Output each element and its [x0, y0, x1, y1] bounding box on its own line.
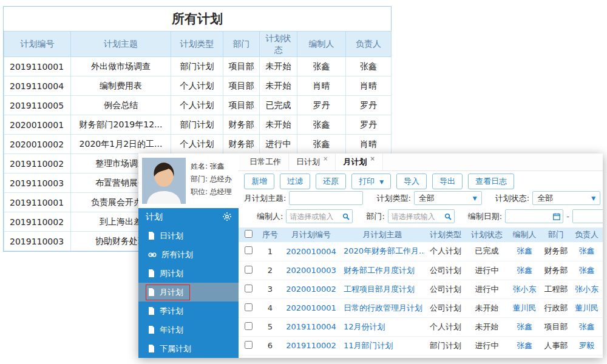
cell-compiler-link[interactable]: 张鑫	[507, 261, 541, 280]
filter-button[interactable]: 过滤	[280, 174, 310, 189]
status-filter-value: 全部	[537, 193, 553, 204]
print-button[interactable]: 打印 ▼	[351, 174, 391, 189]
subject-filter-label: 月计划主题:	[244, 193, 286, 204]
close-icon[interactable]: ×	[323, 155, 328, 162]
row-checkbox[interactable]	[245, 266, 253, 274]
sidebar-item-monthly-plan[interactable]: 月计划	[138, 283, 239, 302]
checkbox-cell	[239, 298, 258, 317]
cell-dept: 财务部	[541, 242, 571, 261]
sidebar-item-label: 周计划	[160, 268, 183, 279]
cell-owner-link[interactable]: 张小东	[571, 280, 603, 298]
sidebar-item-quarterly-plan[interactable]: 季计划	[138, 302, 239, 320]
dept-filter-label: 部门:	[366, 211, 384, 222]
table-header-row: 计划编号 计划主题 计划类型 部门 计划状态 编制人 负责人	[4, 32, 392, 57]
cell-plan-id-link[interactable]: 2020010004	[282, 242, 340, 261]
cell-status: 未开始	[466, 317, 507, 336]
document-icon	[148, 288, 155, 296]
table-row: 2019110004 编制费用表 个人计划 项目部 未开始 肖晴 肖晴	[4, 76, 392, 96]
cell-subject-link[interactable]: 日常的行政管理月计划	[340, 298, 425, 317]
view-log-button[interactable]: 查看日志	[468, 174, 514, 189]
export-button[interactable]: 导出	[432, 174, 463, 189]
checkbox-cell	[239, 336, 258, 355]
row-checkbox[interactable]	[245, 303, 253, 311]
cell-compiler-link[interactable]: 张鑫	[507, 242, 541, 261]
cell-compiler-link[interactable]: 董川民	[507, 298, 541, 317]
row-checkbox[interactable]	[245, 322, 253, 330]
cell-owner-link[interactable]: 张鑫	[571, 261, 603, 280]
cell-dept: 人事部	[541, 336, 571, 355]
cell-dept: 项目部	[223, 76, 260, 96]
select-all-cell	[239, 228, 258, 242]
row-checkbox[interactable]	[245, 285, 253, 292]
toolbar: 新增 过滤 还原 打印 ▼ 导入 导出 查看日志	[239, 171, 603, 191]
row-checkbox[interactable]	[245, 246, 253, 254]
column-header-compiler: 编制人	[507, 228, 541, 242]
cell-compiler: 肖晴	[297, 76, 346, 96]
search-icon[interactable]	[444, 213, 452, 220]
tab-label: 日计划	[296, 157, 320, 167]
cell-type: 部门计划	[171, 57, 223, 76]
calendar-icon[interactable]	[553, 213, 560, 220]
cell-subject-link[interactable]: 11月部门计划	[340, 336, 425, 355]
cell-owner-link[interactable]: 董川民	[571, 298, 603, 317]
cell-status: 未开始	[260, 115, 297, 135]
cell-subject: 财务部门2019年12...	[71, 115, 171, 135]
cell-type: 个人计划	[425, 242, 466, 261]
cell-subject-link[interactable]: 财务部工作月度计划	[340, 261, 425, 280]
cell-plan-id-link[interactable]: 2019110002	[282, 336, 340, 355]
column-header-index: 序号	[258, 228, 282, 242]
sidebar-item-subordinate-plans[interactable]: 下属计划	[138, 339, 239, 358]
close-icon[interactable]: ×	[370, 155, 375, 162]
tab-daily-plan[interactable]: 日计划 ×	[289, 153, 336, 170]
cell-plan-id-link[interactable]: 2020010002	[282, 280, 340, 298]
cell-plan-id: 2019110002	[4, 154, 71, 174]
table-row: 2020010002 2020年1月2日的工... 个人计划 财务部 进行中 张…	[4, 135, 392, 154]
row-checkbox[interactable]	[245, 341, 253, 349]
filter-panel: 月计划主题: 计划类型: 全部 ▼ 计划状态: 全部 ▼ 计划日期: 编制人:	[239, 191, 603, 228]
restore-button[interactable]: 还原	[316, 174, 346, 189]
cell-status: 进行中	[260, 135, 297, 154]
status-filter-select[interactable]: 全部 ▼	[532, 191, 600, 205]
type-filter-select[interactable]: 全部 ▼	[414, 191, 482, 205]
subject-filter-input[interactable]	[289, 191, 363, 205]
import-button[interactable]: 导入	[396, 174, 427, 189]
sidebar-item-daily-plan[interactable]: 日计划	[138, 226, 239, 245]
sidebar-section-label: 计划	[146, 212, 163, 223]
cell-compiler-link[interactable]: 张小东	[507, 280, 541, 298]
sidebar-item-all-plans[interactable]: 所有计划	[138, 245, 239, 264]
table-row: 5 2019110004 12月份计划 个人计划 未开始 张鑫 项目部 张鑫	[239, 317, 603, 336]
add-button[interactable]: 新增	[244, 174, 274, 189]
sidebar-item-yearly-plan[interactable]: 年计划	[138, 320, 239, 339]
cell-plan-id-link[interactable]: 2019110004	[282, 317, 340, 336]
cell-dept: 项目部	[223, 96, 260, 115]
cell-compiler-link[interactable]: 张鑫	[507, 336, 541, 355]
cell-type: 部门计划	[425, 336, 466, 355]
profile-info: 姓名: 张鑫 部门: 总经办 职位: 总经理	[191, 158, 232, 204]
cell-status: 进行中	[466, 280, 507, 298]
cell-subject-link[interactable]: 12月份计划	[340, 317, 425, 336]
select-all-checkbox[interactable]	[245, 230, 253, 238]
cell-owner-link[interactable]: 张鑫	[571, 317, 603, 336]
sidebar: 姓名: 张鑫 部门: 总经办 职位: 总经理 计划	[138, 153, 239, 358]
tab-daily-work[interactable]: 日常工作	[242, 153, 289, 170]
cell-subject-link[interactable]: 2020年财务部工作月...	[340, 242, 425, 261]
column-header-owner: 负责人	[571, 228, 603, 242]
cell-type: 公司计划	[425, 298, 466, 317]
document-icon	[148, 307, 155, 315]
sidebar-item-weekly-plan[interactable]: 周计划	[138, 264, 239, 283]
cell-owner-link[interactable]: 罗毅	[571, 336, 603, 355]
cell-subject-link[interactable]: 工程项目部月度计划	[340, 280, 425, 298]
cell-dept: 财务部	[223, 135, 260, 154]
cell-owner-link[interactable]: 张鑫	[571, 242, 603, 261]
cell-compiler-link[interactable]: 张鑫	[507, 317, 541, 336]
chevron-down-icon: ▼	[591, 195, 595, 201]
cell-plan-id-link[interactable]: 2020010003	[282, 261, 340, 280]
tab-monthly-plan[interactable]: 月计划 ×	[336, 153, 382, 170]
cell-plan-id-link[interactable]: 2020010001	[282, 298, 340, 317]
column-header-owner: 负责人	[346, 32, 392, 57]
gear-icon[interactable]	[223, 212, 231, 223]
compile-date-end-input[interactable]	[572, 209, 603, 223]
search-icon[interactable]	[342, 213, 350, 220]
print-button-label: 打印	[359, 177, 375, 186]
cell-compiler: 张鑫	[297, 57, 346, 76]
